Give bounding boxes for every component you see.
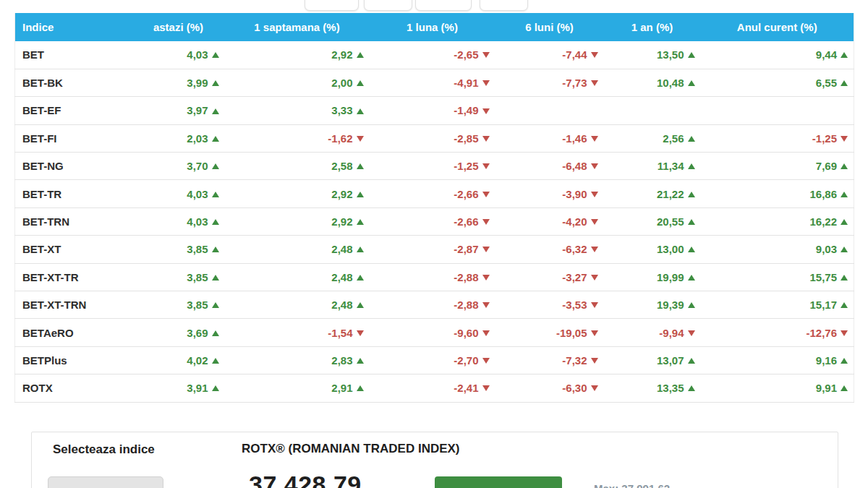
down-triangle-icon [591,275,598,281]
table-row: BET-NG3,702,58-1,25-6,4811,347,69 [15,153,854,180]
percent-value: -1,25 [454,160,478,172]
panel-action-button[interactable] [435,476,562,488]
value-cell: 2,92 [225,207,370,235]
value-cell: -1,54 [225,319,370,346]
value-cell: -4,20 [495,207,604,235]
value-cell: 2,00 [225,69,370,96]
up-triangle-icon [688,385,695,391]
down-triangle-icon [591,330,598,336]
percent-value: 3,91 [187,382,208,394]
value-cell: 9,16 [701,346,854,374]
down-triangle-icon [688,330,695,336]
percent-value: -2,66 [454,215,478,228]
value-cell: 2,58 [225,153,370,180]
table-header: Indiceastazi (%)1 saptamana (%)1 luna (%… [15,13,854,41]
percent-value: -7,44 [562,48,587,61]
value-cell: -2,87 [370,236,495,263]
down-triangle-icon [591,192,598,197]
toolbar-button-1[interactable] [305,0,359,11]
up-triangle-icon [212,192,219,197]
value-cell: -3,27 [495,263,604,291]
select-index-label: Selecteaza indice [53,442,155,457]
index-name-cell: BET-NG [15,153,132,180]
index-name-cell: BETPlus [15,346,132,374]
percent-value: 2,91 [331,382,352,394]
index-current-value: 37.428,79 [249,471,362,488]
down-triangle-icon [591,80,598,86]
percent-value: -19,05 [556,327,587,339]
up-triangle-icon [212,247,219,252]
value-cell: -2,88 [370,291,495,319]
percent-value: 2,58 [331,160,352,172]
percent-value: 15,17 [809,299,837,311]
percent-value: 4,03 [187,215,208,228]
value-cell: -1,25 [370,153,495,180]
index-select-dropdown[interactable] [48,476,163,488]
table-header-row: Indiceastazi (%)1 saptamana (%)1 luna (%… [15,13,854,41]
percent-value: -2,87 [454,243,478,255]
percent-value: 2,92 [331,188,352,200]
percent-value: -9,60 [454,327,478,339]
up-triangle-icon [688,219,695,225]
index-name-cell: BET-TRN [15,207,132,235]
value-cell: -12,76 [701,319,854,346]
value-cell: -4,91 [370,69,495,96]
percent-value: -2,88 [454,299,478,311]
up-triangle-icon [212,219,219,225]
percent-value: -9,94 [659,327,684,339]
up-triangle-icon [841,247,848,252]
value-cell: -9,94 [604,319,701,346]
value-cell: 10,48 [604,69,701,96]
percent-value: 15,75 [809,271,837,283]
percent-value: 21,22 [657,188,684,200]
value-cell: -6,32 [495,236,604,263]
percent-value: -1,49 [454,104,478,116]
up-triangle-icon [212,163,219,169]
column-header: 1 saptamana (%) [225,13,370,41]
up-triangle-icon [357,108,364,114]
value-cell: -2,88 [370,263,495,291]
value-cell: 15,17 [701,291,854,319]
value-cell: -19,05 [495,319,604,346]
toolbar-button-3[interactable] [415,0,472,11]
up-triangle-icon [357,192,364,197]
toolbar-button-2[interactable] [364,0,412,11]
down-triangle-icon [482,136,490,142]
value-cell: 2,56 [604,124,701,152]
down-triangle-icon [591,302,598,308]
percent-value: 13,35 [657,382,684,394]
percent-value: 9,91 [816,382,837,394]
down-triangle-icon [591,358,598,364]
toolbar-button-4[interactable] [480,0,528,11]
value-cell: 3,70 [132,153,225,180]
value-cell: 4,03 [132,207,225,235]
down-triangle-icon [591,136,598,142]
down-triangle-icon [482,163,490,169]
value-cell: 3,85 [132,291,225,319]
percent-value: 2,03 [187,132,208,145]
value-cell: 20,55 [604,207,701,235]
up-triangle-icon [688,163,695,169]
down-triangle-icon [841,136,848,142]
value-cell [495,97,604,124]
value-cell: 2,91 [225,374,370,402]
percent-value: -12,76 [806,327,837,339]
value-cell: 13,00 [604,236,701,263]
up-triangle-icon [357,385,364,391]
index-name-cell: ROTX [15,374,132,402]
percent-value: -1,25 [812,132,837,145]
down-triangle-icon [482,108,490,114]
value-cell: 16,86 [701,180,854,207]
percent-value: 3,85 [187,243,208,255]
value-cell: 3,97 [132,97,225,124]
percent-value: -2,88 [454,271,478,283]
percent-value: 13,50 [657,48,684,61]
up-triangle-icon [688,358,695,364]
value-cell: 3,99 [132,69,225,96]
percent-value: 3,99 [187,77,208,89]
percent-value: -4,91 [454,77,478,89]
up-triangle-icon [357,302,364,308]
value-cell [604,97,701,124]
value-cell: -2,41 [370,374,495,402]
value-cell: -1,25 [701,124,854,152]
